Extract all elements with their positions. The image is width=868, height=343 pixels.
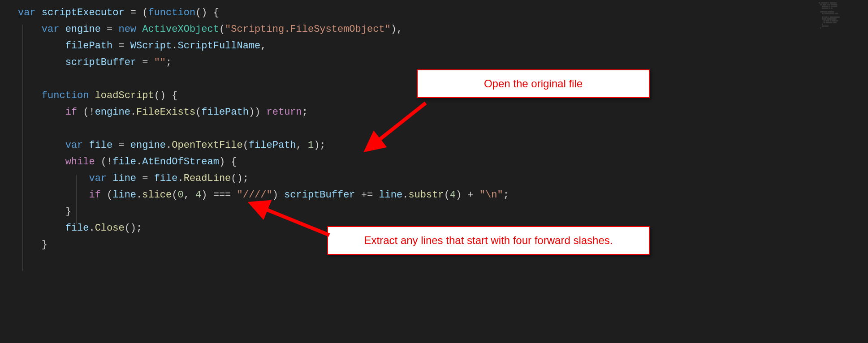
indent-guide <box>22 25 23 271</box>
code-line: filePath = WScript.ScriptFullName, <box>18 38 868 54</box>
callout-text: Extract any lines that start with four f… <box>364 234 613 246</box>
callout-text: Open the original file <box>484 77 583 90</box>
code-line: } <box>18 203 868 220</box>
code-line: var line = file.ReadLine(); <box>18 170 868 187</box>
annotation-callout-2: Extract any lines that start with four f… <box>327 226 650 255</box>
code-line: while (!file.AtEndOfStream) { <box>18 154 868 170</box>
indent-guide <box>76 175 77 224</box>
code-line: scriptBuffer = ""; <box>18 54 868 71</box>
annotation-callout-1: Open the original file <box>417 69 650 98</box>
code-line: if (line.slice(0, 4) === "////") scriptB… <box>18 187 868 203</box>
code-line: var file = engine.OpenTextFile(filePath,… <box>18 137 868 154</box>
code-editor-content[interactable]: var scriptExecutor = (function() { var e… <box>0 0 868 253</box>
code-line <box>18 120 868 137</box>
minimap[interactable]: ██ ████████ █ ████████ ██ ████ █ ██ ████… <box>819 2 864 29</box>
code-line: if (!engine.FileExists(filePath)) return… <box>18 104 868 120</box>
code-line: var engine = new ActiveXObject("Scriptin… <box>18 21 868 38</box>
code-line: var scriptExecutor = (function() { <box>18 4 868 21</box>
